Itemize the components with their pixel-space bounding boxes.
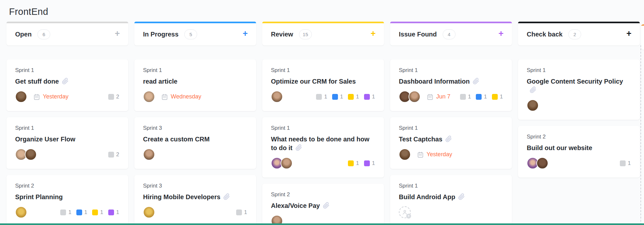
tag-color-swatch [364, 94, 370, 100]
column-color-bar [6, 22, 128, 23]
task-card[interactable]: Sprint 1read articleWednesday [134, 59, 256, 111]
assignee-avatar[interactable] [271, 91, 283, 103]
column-name: In Progress [143, 31, 178, 38]
tag-count: 1 [468, 94, 471, 100]
tag-color-swatch [332, 94, 338, 100]
tag-counter: 2 [108, 151, 119, 158]
assignee-avatar[interactable] [143, 148, 155, 160]
task-card[interactable]: Sprint 1Google Content Security Policy [518, 59, 640, 120]
task-card[interactable]: Sprint 1Test CaptchasYesterday [390, 117, 512, 169]
horizontal-scrollbar[interactable] [0, 223, 644, 225]
task-title[interactable]: Alexa/Voice Pay [271, 202, 320, 209]
task-title[interactable]: What needs to be done and how to do it [271, 136, 370, 151]
tag-color-swatch [364, 160, 370, 166]
assignee-avatar[interactable] [25, 148, 37, 160]
task-meta-row: 1111 [271, 91, 375, 103]
assignee-avatars [15, 148, 37, 160]
tag-counter: 1 [76, 209, 87, 216]
task-title[interactable]: Test Captchas [399, 136, 442, 143]
task-meta-row: 1 [527, 157, 631, 169]
assignee-avatar[interactable] [143, 206, 155, 218]
task-card[interactable]: Sprint 1What needs to be done and how to… [262, 117, 384, 178]
tag-counter: 2 [108, 94, 119, 100]
task-sprint-label: Sprint 1 [399, 183, 503, 189]
tag-color-swatch [60, 210, 66, 215]
tag-counter: 1 [60, 209, 71, 216]
task-card[interactable]: Sprint 1Build Android App+ [390, 175, 512, 225]
task-card[interactable]: Sprint 3Hiring Mobile Developers1 [134, 175, 256, 225]
assignee-avatar[interactable] [143, 91, 155, 103]
tag-counters: 1111 [60, 209, 119, 216]
task-card[interactable]: Sprint 2Sprint Planning1111 [6, 175, 128, 225]
task-title[interactable]: Organize User Flow [15, 136, 75, 143]
assignee-avatar[interactable] [399, 148, 411, 160]
task-title-row: What needs to be done and how to do it [271, 135, 375, 152]
column-name: Open [15, 31, 32, 38]
add-task-button[interactable]: + [626, 29, 631, 39]
assignee-avatar[interactable] [527, 99, 539, 111]
task-meta-row [527, 99, 631, 111]
column-header[interactable]: Open6+ [6, 22, 128, 46]
task-title[interactable]: Build Android App [399, 193, 455, 200]
task-title[interactable]: Create a custom CRM [143, 136, 210, 143]
assignee-avatar[interactable] [15, 206, 27, 218]
task-card[interactable]: Sprint 1Optimize our CRM for Sales1111 [262, 59, 384, 111]
add-task-button[interactable]: + [115, 29, 120, 39]
due-date[interactable]: Jun 7 [427, 93, 450, 100]
calendar-icon [161, 94, 168, 100]
task-title[interactable]: Get stuff done [15, 78, 59, 85]
tag-color-swatch [76, 210, 82, 215]
task-meta-row: 11 [271, 157, 375, 169]
tag-count: 1 [356, 94, 359, 100]
assignee-avatars [143, 148, 155, 160]
task-card[interactable]: Sprint 2Alexa/Voice Pay [262, 184, 384, 225]
add-task-button[interactable]: + [370, 29, 376, 39]
tag-count: 2 [116, 94, 119, 100]
task-title[interactable]: Sprint Planning [15, 193, 63, 200]
collapsed-column-edge[interactable] [641, 24, 644, 50]
kanban-board: Open6+Sprint 1Get stuff doneYesterday2Sp… [0, 17, 644, 225]
column-header[interactable]: Issue Found4+ [390, 22, 512, 46]
tag-color-swatch [236, 210, 242, 215]
task-card[interactable]: Sprint 1Organize User Flow2 [6, 117, 128, 169]
assignee-avatar[interactable] [409, 91, 420, 103]
tag-count: 1 [372, 94, 375, 100]
due-date[interactable]: Yesterday [417, 151, 452, 158]
column-task-count: 4 [443, 29, 456, 39]
due-date[interactable]: Yesterday [34, 93, 68, 100]
tag-color-swatch [108, 210, 114, 215]
assignee-avatars [15, 206, 27, 218]
task-meta-row [143, 148, 247, 160]
task-title[interactable]: Hiring Mobile Developers [143, 193, 220, 200]
task-card[interactable]: Sprint 3Create a custom CRM [134, 117, 256, 169]
task-title[interactable]: Google Content Security Policy [527, 78, 623, 85]
assign-user-icon[interactable]: + [399, 206, 411, 218]
task-title[interactable]: Optimize our CRM for Sales [271, 78, 356, 85]
tag-count: 1 [68, 209, 71, 216]
tag-counter: 1 [108, 209, 119, 216]
tag-counters: 111 [460, 94, 503, 100]
column-header[interactable]: Review15+ [262, 22, 384, 46]
collapsed-column-divider [640, 45, 641, 225]
assignee-avatar[interactable] [536, 157, 548, 169]
attachment-icon [62, 78, 69, 85]
task-card[interactable]: Sprint 2Build out our website1 [518, 126, 640, 178]
task-sprint-label: Sprint 1 [143, 67, 247, 74]
task-title[interactable]: Build out our website [527, 144, 592, 151]
assignee-avatar[interactable] [281, 157, 293, 169]
task-meta-row: + [399, 206, 503, 218]
column-header[interactable]: In Progress5+ [134, 22, 256, 46]
assignee-avatar[interactable] [15, 91, 27, 103]
add-task-button[interactable]: + [498, 29, 504, 39]
task-title[interactable]: Dashboard Information [399, 78, 470, 85]
task-sprint-label: Sprint 3 [143, 183, 247, 189]
task-card[interactable]: Sprint 1Dashboard InformationJun 7111 [390, 59, 512, 111]
tag-counters: 2 [108, 151, 119, 158]
tag-counters: 11 [348, 160, 375, 167]
column-header[interactable]: Check back2+ [518, 22, 640, 46]
due-date[interactable]: Wednesday [161, 93, 201, 100]
tag-count: 1 [324, 94, 327, 100]
task-card[interactable]: Sprint 1Get stuff doneYesterday2 [6, 59, 128, 111]
task-title[interactable]: read article [143, 78, 178, 85]
add-task-button[interactable]: + [243, 29, 248, 39]
